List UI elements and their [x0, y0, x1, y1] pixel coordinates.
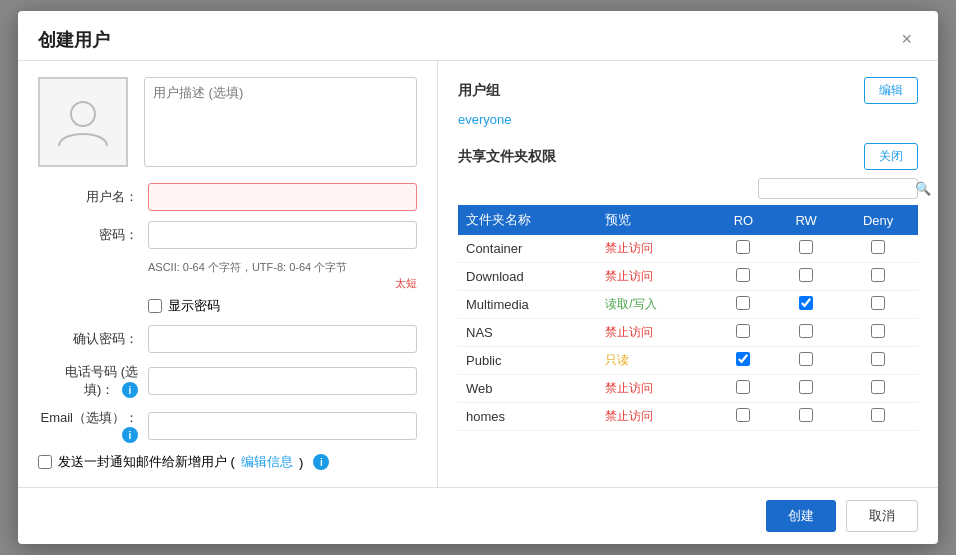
folder-ro-cell [713, 403, 774, 431]
table-row: homes 禁止访问 [458, 403, 918, 431]
right-panel: 用户组 编辑 everyone 共享文件夹权限 关闭 🔍 [438, 61, 938, 487]
folder-rw-cell [774, 319, 838, 347]
folder-name-cell: NAS [458, 319, 597, 347]
rw-checkbox[interactable] [799, 268, 813, 282]
phone-label: 电话号码 (选填)： i [38, 363, 148, 399]
avatar-box[interactable] [38, 77, 128, 167]
folder-rw-cell [774, 403, 838, 431]
confirm-password-input[interactable] [148, 325, 417, 353]
password-hint-text: ASCII: 0-64 个字符，UTF-8: 0-64 个字节 [148, 259, 417, 276]
password-input[interactable] [148, 221, 417, 249]
folder-name-cell: Web [458, 375, 597, 403]
close-button[interactable]: × [895, 27, 918, 52]
rw-checkbox[interactable] [799, 380, 813, 394]
folder-rw-cell [774, 263, 838, 291]
create-button[interactable]: 创建 [766, 500, 836, 532]
folder-preview-cell: 禁止访问 [597, 235, 713, 263]
left-panel: 用户名： 密码： ASCII: 0-64 个字符，UTF-8: 0-64 个字节… [18, 61, 438, 487]
confirm-password-row: 确认密码： [38, 325, 417, 353]
email-notice-end: ) [299, 455, 303, 470]
folder-ro-cell [713, 319, 774, 347]
rw-checkbox[interactable] [799, 324, 813, 338]
email-input[interactable] [148, 412, 417, 440]
edit-group-button[interactable]: 编辑 [864, 77, 918, 104]
deny-checkbox[interactable] [871, 240, 885, 254]
dialog-footer: 创建 取消 [18, 487, 938, 544]
deny-checkbox[interactable] [871, 408, 885, 422]
folder-ro-cell [713, 263, 774, 291]
folder-deny-cell [838, 375, 918, 403]
show-password-label: 显示密码 [168, 297, 220, 315]
email-info-icon[interactable]: i [122, 427, 138, 443]
table-row: Public 只读 [458, 347, 918, 375]
folder-rw-cell [774, 235, 838, 263]
folder-preview-cell: 禁止访问 [597, 319, 713, 347]
dialog-header: 创建用户 × [18, 11, 938, 61]
shared-folder-header: 共享文件夹权限 关闭 [458, 143, 918, 170]
table-row: Download 禁止访问 [458, 263, 918, 291]
table-row: Container 禁止访问 [458, 235, 918, 263]
user-group-header: 用户组 编辑 [458, 77, 918, 104]
close-folder-button[interactable]: 关闭 [864, 143, 918, 170]
username-input[interactable] [148, 183, 417, 211]
deny-checkbox[interactable] [871, 352, 885, 366]
user-desc-input[interactable] [144, 77, 417, 167]
folder-deny-cell [838, 319, 918, 347]
shared-folder-section: 共享文件夹权限 关闭 🔍 文件夹名称 预览 RO R [458, 143, 918, 455]
confirm-password-label: 确认密码： [38, 330, 148, 348]
username-label: 用户名： [38, 188, 148, 206]
folder-name-cell: Download [458, 263, 597, 291]
table-row: NAS 禁止访问 [458, 319, 918, 347]
password-hint-row: ASCII: 0-64 个字符，UTF-8: 0-64 个字节 太短 [148, 259, 417, 291]
everyone-link[interactable]: everyone [458, 112, 511, 127]
show-password-checkbox[interactable] [148, 299, 162, 313]
ro-checkbox[interactable] [736, 352, 750, 366]
deny-checkbox[interactable] [871, 268, 885, 282]
password-row: 密码： [38, 221, 417, 249]
col-rw: RW [774, 205, 838, 235]
ro-checkbox[interactable] [736, 324, 750, 338]
ro-checkbox[interactable] [736, 268, 750, 282]
folder-rw-cell [774, 291, 838, 319]
password-short-text: 太短 [148, 276, 417, 291]
ro-checkbox[interactable] [736, 296, 750, 310]
rw-checkbox[interactable] [799, 296, 813, 310]
svg-point-0 [71, 102, 95, 126]
search-icon: 🔍 [915, 181, 931, 196]
rw-checkbox[interactable] [799, 352, 813, 366]
avatar-icon [53, 92, 113, 152]
col-folder-name: 文件夹名称 [458, 205, 597, 235]
phone-info-icon[interactable]: i [122, 382, 138, 398]
ro-checkbox[interactable] [736, 408, 750, 422]
email-notice-link[interactable]: 编辑信息 [241, 453, 293, 471]
folder-preview-cell: 只读 [597, 347, 713, 375]
user-group-title: 用户组 [458, 82, 500, 100]
rw-checkbox[interactable] [799, 408, 813, 422]
folder-preview-cell: 禁止访问 [597, 375, 713, 403]
folder-preview-cell: 禁止访问 [597, 263, 713, 291]
phone-row: 电话号码 (选填)： i [38, 363, 417, 399]
phone-input[interactable] [148, 367, 417, 395]
email-row: Email（选填）： i [38, 409, 417, 444]
ro-checkbox[interactable] [736, 240, 750, 254]
deny-checkbox[interactable] [871, 380, 885, 394]
avatar-row [38, 77, 417, 167]
deny-checkbox[interactable] [871, 324, 885, 338]
folder-ro-cell [713, 375, 774, 403]
email-notice-label: 发送一封通知邮件给新增用户 ( [58, 453, 235, 471]
folder-name-cell: Multimedia [458, 291, 597, 319]
table-row: Web 禁止访问 [458, 375, 918, 403]
cancel-button[interactable]: 取消 [846, 500, 918, 532]
username-row: 用户名： [38, 183, 417, 211]
col-ro: RO [713, 205, 774, 235]
email-notice-info-icon[interactable]: i [313, 454, 329, 470]
rw-checkbox[interactable] [799, 240, 813, 254]
ro-checkbox[interactable] [736, 380, 750, 394]
folder-preview-cell: 读取/写入 [597, 291, 713, 319]
folder-ro-cell [713, 235, 774, 263]
folder-search-input[interactable] [765, 182, 915, 196]
deny-checkbox[interactable] [871, 296, 885, 310]
email-notice-checkbox[interactable] [38, 455, 52, 469]
folder-rw-cell [774, 375, 838, 403]
folder-deny-cell [838, 263, 918, 291]
